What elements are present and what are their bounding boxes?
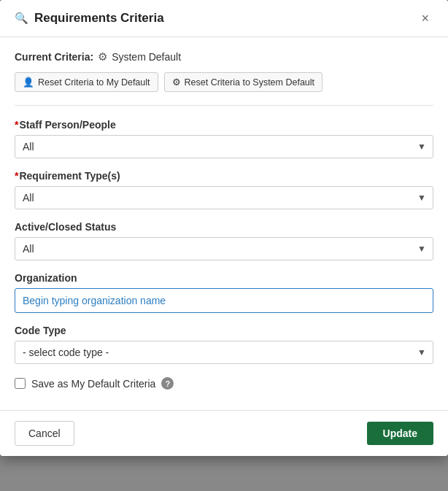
requirement-type-dropdown-wrapper: All ▼: [15, 186, 433, 209]
modal-body: Current Criteria: ⚙ System Default 👤 Res…: [0, 37, 448, 403]
modal-footer: Cancel Update: [0, 410, 448, 456]
close-button[interactable]: ×: [417, 10, 433, 26]
active-closed-status-select[interactable]: All: [15, 237, 433, 260]
reset-my-default-label: Reset Criteria to My Default: [38, 77, 150, 88]
gear-icon-btn: ⚙: [172, 77, 181, 88]
required-star-2: *: [15, 170, 18, 182]
modal-header: 🔍 Requirements Criteria ×: [0, 0, 448, 37]
code-type-field: Code Type - select code type - ▼: [15, 325, 433, 364]
current-criteria-label: Current Criteria:: [15, 51, 93, 63]
criteria-value: System Default: [112, 51, 181, 63]
search-icon: 🔍: [15, 12, 28, 25]
modal-title: Requirements Criteria: [34, 11, 164, 26]
requirements-criteria-modal: 🔍 Requirements Criteria × Current Criter…: [0, 0, 448, 456]
divider: [15, 105, 433, 106]
current-criteria-row: Current Criteria: ⚙ System Default: [15, 50, 433, 63]
staff-person-select[interactable]: All: [15, 135, 433, 158]
reset-system-default-label: Reset Criteria to System Default: [185, 77, 315, 88]
reset-my-default-button[interactable]: 👤 Reset Criteria to My Default: [15, 72, 158, 92]
reset-system-default-button[interactable]: ⚙ Reset Criteria to System Default: [164, 72, 323, 92]
reset-buttons-row: 👤 Reset Criteria to My Default ⚙ Reset C…: [15, 72, 433, 92]
staff-person-field: *Staff Person/People All ▼: [15, 119, 433, 158]
help-icon[interactable]: ?: [161, 377, 174, 390]
active-closed-status-wrapper: All ▼: [15, 237, 433, 260]
update-button[interactable]: Update: [367, 422, 433, 445]
requirement-type-label: *Requirement Type(s): [15, 170, 433, 182]
save-default-row: Save as My Default Criteria ?: [15, 377, 433, 390]
code-type-wrapper: - select code type - ▼: [15, 341, 433, 364]
gear-icon: ⚙: [98, 50, 107, 63]
required-star: *: [15, 119, 18, 131]
requirement-type-select[interactable]: All: [15, 186, 433, 209]
code-type-select[interactable]: - select code type -: [15, 341, 433, 364]
requirement-type-field: *Requirement Type(s) All ▼: [15, 170, 433, 209]
save-default-label[interactable]: Save as My Default Criteria: [31, 378, 155, 390]
person-icon: 👤: [23, 77, 34, 88]
active-closed-status-field: Active/Closed Status All ▼: [15, 221, 433, 260]
organization-field: Organization: [15, 272, 433, 313]
organization-label: Organization: [15, 272, 433, 284]
staff-person-dropdown-wrapper: All ▼: [15, 135, 433, 158]
modal-header-left: 🔍 Requirements Criteria: [15, 11, 164, 26]
cancel-button[interactable]: Cancel: [15, 421, 74, 446]
organization-input[interactable]: [15, 288, 433, 313]
code-type-label: Code Type: [15, 325, 433, 336]
active-closed-status-label: Active/Closed Status: [15, 221, 433, 233]
save-default-checkbox[interactable]: [15, 378, 26, 389]
staff-person-label: *Staff Person/People: [15, 119, 433, 131]
